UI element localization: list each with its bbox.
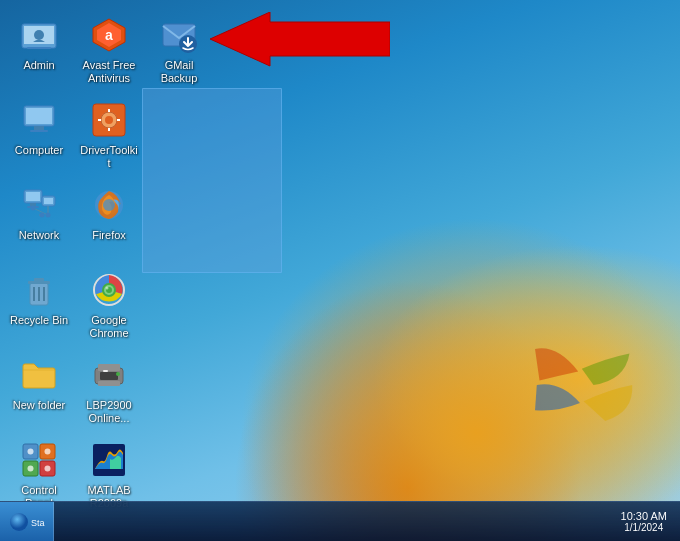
desktop-icon-driver-toolkit[interactable]: DriverToolkit [75,95,143,175]
svg-rect-14 [34,126,44,130]
svg-rect-40 [34,278,44,282]
recycle-bin-icon [19,270,59,310]
svg-text:a: a [105,27,113,43]
desktop-icon-gmail-backup[interactable]: GMail Backup [145,10,213,90]
lbp2900-label: LBP2900 Online... [79,399,139,425]
svg-point-53 [116,372,120,376]
svg-point-37 [103,199,115,211]
system-tray: 10:30 AM 1/1/2024 [616,510,680,533]
svg-marker-1 [210,12,390,66]
svg-point-33 [46,213,51,218]
desktop-icon-recycle-bin[interactable]: Recycle Bin [5,265,73,345]
svg-rect-24 [26,192,40,201]
driver-toolkit-label: DriverToolkit [79,144,139,170]
tray-clock[interactable]: 10:30 AM 1/1/2024 [616,510,672,533]
svg-rect-28 [44,198,53,204]
firefox-label: Firefox [92,229,126,242]
windows-logo [500,331,660,511]
firefox-icon [89,185,129,225]
svg-point-6 [34,30,44,40]
recycle-bin-label: Recycle Bin [10,314,68,327]
driver-toolkit-icon [89,100,129,140]
network-icon [19,185,59,225]
admin-label: Admin [23,59,54,72]
desktop-icon-lbp2900[interactable]: LBP2900 Online... [75,350,143,430]
svg-point-62 [45,465,51,471]
admin-icon [19,15,59,55]
desktop-icon-firefox[interactable]: Firefox [75,180,143,260]
google-chrome-label: Google Chrome [79,314,139,340]
desktop-icon-new-folder[interactable]: New folder [5,350,73,430]
desktop-icon-network[interactable]: Network [5,180,73,260]
new-folder-icon [19,355,59,395]
google-chrome-icon [89,270,129,310]
svg-rect-4 [30,44,48,47]
svg-point-64 [10,513,28,531]
computer-label: Computer [15,144,63,157]
svg-rect-50 [98,364,120,371]
svg-rect-52 [100,372,118,380]
avast-label: Avast Free Antivirus [79,59,139,85]
svg-rect-54 [103,370,108,372]
svg-point-60 [45,448,51,454]
svg-point-48 [106,286,109,289]
red-arrow-annotation [210,12,390,67]
control-panel-icon [19,440,59,480]
tray-date-display: 1/1/2024 [621,522,667,533]
desktop-icon-computer[interactable]: Computer [5,95,73,175]
computer-icon [19,100,59,140]
svg-rect-13 [26,108,52,124]
svg-point-34 [40,213,45,218]
svg-point-32 [31,206,36,211]
start-button[interactable]: Start [0,502,54,542]
network-label: Network [19,229,59,242]
svg-point-59 [28,448,34,454]
desktop-icon-avast[interactable]: a Avast Free Antivirus [75,10,143,90]
desktop-icon-google-chrome[interactable]: Google Chrome [75,265,143,345]
gmail-backup-icon [159,15,199,55]
tray-time-display: 10:30 AM [621,510,667,522]
new-folder-label: New folder [13,399,66,412]
desktop-icon-admin[interactable]: Admin [5,10,73,90]
matlab-icon [89,440,129,480]
svg-rect-15 [30,130,48,132]
avast-icon: a [89,15,129,55]
svg-rect-51 [98,381,120,386]
svg-point-18 [105,116,113,124]
gmail-backup-label: GMail Backup [149,59,209,85]
desktop-icons-container: Admin a Avast Free Antivirus GMail Backu… [0,0,230,530]
svg-rect-5 [27,47,51,49]
svg-point-61 [28,465,34,471]
taskbar: Start 10:30 AM 1/1/2024 [0,501,680,541]
lbp2900-icon [89,355,129,395]
svg-text:Start: Start [31,518,45,528]
